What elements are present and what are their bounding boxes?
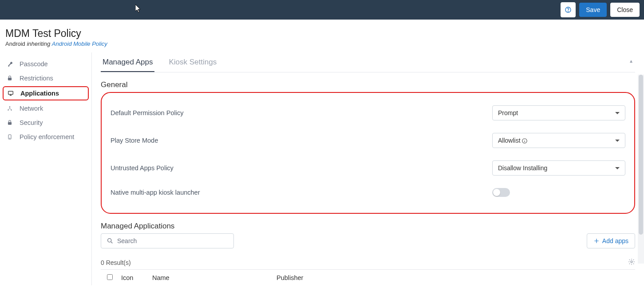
select-value: Prompt — [498, 109, 518, 116]
col-publisher[interactable]: Publisher — [274, 270, 635, 285]
row-untrusted-apps: Untrusted Apps Policy Disallow Installin… — [106, 154, 630, 182]
sidebar-item-label: Passcode — [20, 60, 48, 68]
sidebar-item-policy-enforcement[interactable]: Policy enforcement — [0, 130, 91, 144]
section-managed-apps-heading: Managed Applications — [101, 222, 635, 231]
sidebar-item-security[interactable]: Security — [0, 116, 91, 130]
help-icon — [565, 6, 572, 14]
inheriting-label: inheriting — [27, 40, 50, 47]
top-bar: Save Close — [0, 0, 644, 20]
results-count: 0 Result(s) — [101, 259, 131, 266]
select-all-checkbox[interactable] — [107, 274, 113, 280]
sidebar-item-label: Security — [20, 119, 43, 126]
scrollbar[interactable] — [638, 75, 644, 264]
general-section-highlight: Default Permission Policy Prompt Play St… — [101, 92, 635, 214]
sidebar-item-label: Network — [20, 105, 43, 112]
platform-label: Android — [5, 40, 25, 47]
add-apps-label: Add apps — [602, 237, 628, 244]
svg-point-1 — [568, 11, 569, 12]
svg-rect-3 — [8, 91, 13, 94]
plus-icon — [593, 238, 600, 244]
row-kiosk-launcher: Native multi-app kiosk launcher — [106, 182, 630, 203]
search-input[interactable] — [117, 237, 228, 244]
svg-point-12 — [631, 261, 632, 263]
sidebar-item-label: Applications — [20, 90, 59, 97]
select-play-store[interactable]: Allowlist — [492, 133, 625, 148]
sidebar-item-applications[interactable]: Applications — [3, 86, 89, 100]
network-icon — [6, 105, 13, 112]
sidebar-item-passcode[interactable]: Passcode — [0, 57, 91, 71]
svg-point-5 — [11, 109, 12, 110]
save-button[interactable]: Save — [579, 3, 607, 17]
sidebar-item-label: Restrictions — [20, 75, 53, 82]
phone-icon — [6, 134, 13, 140]
toggle-kiosk-launcher[interactable] — [492, 188, 510, 197]
tab-kiosk-settings[interactable]: Kiosk Settings — [167, 52, 218, 72]
inherit-link[interactable]: Android Mobile Policy — [52, 40, 107, 47]
row-play-store: Play Store Mode Allowlist — [106, 127, 630, 154]
sidebar-item-label: Policy enforcement — [20, 133, 74, 140]
label-kiosk-launcher: Native multi-app kiosk launcher — [111, 189, 492, 196]
gear-icon — [628, 258, 635, 265]
label-default-permission: Default Permission Policy — [111, 109, 492, 116]
sidebar: Passcode Restrictions Applications Netwo… — [0, 52, 92, 285]
col-icon[interactable]: Icon — [119, 270, 150, 285]
page-title: MDM Test Policy — [5, 28, 639, 40]
results-row: 0 Result(s) — [101, 258, 635, 267]
apps-table: Icon Name Publisher — [101, 269, 635, 285]
add-apps-button[interactable]: Add apps — [587, 233, 635, 248]
svg-point-9 — [10, 138, 10, 139]
tab-managed-apps[interactable]: Managed Apps — [101, 52, 154, 72]
select-value: Disallow Installing — [498, 164, 547, 172]
col-name[interactable]: Name — [150, 270, 274, 285]
content-area: Managed Apps Kiosk Settings ▴ General De… — [92, 52, 644, 285]
select-untrusted-apps[interactable]: Disallow Installing — [492, 160, 625, 176]
info-icon — [522, 138, 528, 144]
page-subtitle: Android inheriting Android Mobile Policy — [5, 40, 639, 47]
svg-point-11 — [108, 239, 111, 242]
svg-rect-7 — [8, 122, 12, 125]
page-header: MDM Test Policy Android inheriting Andro… — [0, 20, 644, 52]
svg-point-4 — [8, 109, 8, 110]
search-icon — [107, 237, 114, 244]
sidebar-item-restrictions[interactable]: Restrictions — [0, 71, 91, 85]
svg-point-6 — [9, 106, 10, 107]
collapse-icon[interactable]: ▴ — [627, 52, 635, 72]
select-value: Allowlist — [498, 137, 528, 144]
settings-gear-button[interactable] — [628, 258, 635, 267]
chevron-down-icon — [615, 140, 620, 142]
lock-icon — [6, 120, 13, 126]
label-untrusted-apps: Untrusted Apps Policy — [111, 164, 492, 172]
monitor-icon — [7, 90, 14, 96]
section-general-heading: General — [101, 80, 635, 89]
search-box[interactable] — [101, 233, 234, 248]
help-button[interactable] — [561, 2, 576, 17]
label-play-store: Play Store Mode — [111, 137, 492, 144]
svg-rect-2 — [8, 78, 12, 80]
row-default-permission: Default Permission Policy Prompt — [106, 99, 630, 127]
lock-icon — [6, 75, 13, 81]
chevron-down-icon — [615, 112, 620, 114]
tabs: Managed Apps Kiosk Settings ▴ — [101, 52, 635, 72]
table-header-row: Icon Name Publisher — [101, 270, 635, 285]
chevron-down-icon — [615, 167, 620, 169]
sidebar-item-network[interactable]: Network — [0, 101, 91, 116]
close-button[interactable]: Close — [610, 3, 640, 17]
search-row: Add apps — [101, 233, 635, 248]
key-icon — [6, 61, 13, 67]
select-default-permission[interactable]: Prompt — [492, 105, 625, 120]
